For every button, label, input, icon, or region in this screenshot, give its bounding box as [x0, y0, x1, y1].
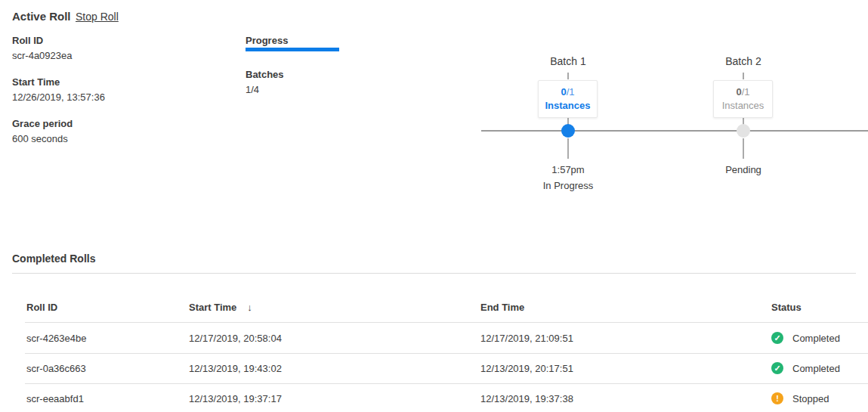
instances-count: 0/1	[714, 86, 772, 98]
check-circle-icon: ✓	[771, 362, 783, 374]
detail-value: scr-4a0923ea	[12, 50, 73, 61]
table-row[interactable]: scr-4263e4be 12/17/2019, 20:58:04 12/17/…	[25, 323, 868, 354]
batch-label: Batch 2	[698, 56, 789, 67]
cell-roll-id: scr-0a36c663	[26, 363, 86, 374]
detail-value: 600 seconds	[12, 133, 73, 144]
cell-start-time: 12/13/2019, 19:43:02	[189, 363, 282, 374]
detail-start-time: Start Time 12/26/2019, 13:57:36	[12, 76, 105, 103]
progress-bar	[246, 48, 339, 51]
instances-count: 0/1	[539, 86, 597, 98]
batch-connector	[567, 73, 569, 79]
detail-label: Grace period	[12, 118, 73, 129]
status-label: Completed	[792, 363, 840, 374]
column-header-start-time[interactable]: Start Time↓	[189, 302, 252, 313]
column-header-roll-id[interactable]: Roll ID	[26, 302, 57, 313]
page-title: Active Roll	[12, 10, 71, 23]
instances-label: Instances	[539, 100, 597, 112]
cell-end-time: 12/13/2019, 19:37:38	[480, 393, 573, 404]
detail-label: Roll ID	[12, 35, 73, 46]
sort-descending-icon: ↓	[247, 302, 252, 313]
batch-stop-1: Batch 1 0/1 Instances 1:57pm In Progress	[523, 56, 613, 207]
batches-label: Batches	[246, 69, 284, 80]
batch-time: 1:57pm	[523, 164, 613, 175]
cell-roll-id: scr-eeaabfd1	[26, 393, 84, 404]
section-divider	[12, 273, 856, 274]
completed-rolls-title: Completed Rolls	[12, 252, 95, 265]
detail-label: Start Time	[12, 76, 105, 88]
cell-start-time: 12/13/2019, 19:37:17	[189, 393, 282, 404]
batch-connector	[567, 138, 569, 159]
batch-dot-active	[561, 124, 575, 138]
cell-end-time: 12/17/2019, 21:09:51	[480, 333, 573, 344]
status-label: Stopped	[792, 393, 829, 404]
column-header-end-time[interactable]: End Time	[480, 302, 524, 313]
detail-value: 12/26/2019, 13:57:36	[12, 91, 105, 103]
status-badge: ✓ Completed	[771, 362, 840, 374]
batch-stop-2: Batch 2 0/1 Instances Pending	[698, 56, 789, 207]
table-row[interactable]: scr-0a36c663 12/13/2019, 19:43:02 12/13/…	[25, 353, 868, 384]
batch-dot-pending	[737, 124, 750, 138]
detail-grace-period: Grace period 600 seconds	[12, 118, 73, 144]
batch-time: Pending	[698, 164, 789, 175]
batch-connector	[743, 138, 744, 159]
cell-start-time: 12/17/2019, 20:58:04	[189, 333, 282, 344]
instances-card[interactable]: 0/1 Instances	[713, 80, 773, 118]
stop-roll-link[interactable]: Stop Roll	[76, 11, 119, 23]
detail-roll-id: Roll ID scr-4a0923ea	[12, 35, 73, 61]
instances-label: Instances	[714, 100, 772, 112]
batch-status: In Progress	[523, 180, 613, 191]
table-row[interactable]: scr-eeaabfd1 12/13/2019, 19:37:17 12/13/…	[25, 383, 868, 412]
cell-end-time: 12/13/2019, 20:17:51	[480, 363, 573, 374]
status-label: Completed	[792, 333, 840, 344]
check-circle-icon: ✓	[771, 332, 783, 344]
batch-connector	[743, 73, 744, 79]
status-badge: ! Stopped	[771, 392, 829, 404]
progress-label: Progress	[246, 35, 288, 46]
batches-value: 1/4	[246, 84, 259, 95]
cell-roll-id: scr-4263e4be	[26, 333, 87, 344]
status-badge: ✓ Completed	[771, 332, 840, 344]
active-roll-panel: Active Roll Stop Roll Roll ID scr-4a0923…	[0, 0, 868, 412]
batch-label: Batch 1	[523, 56, 613, 67]
column-header-status[interactable]: Status	[771, 302, 802, 313]
instances-card[interactable]: 0/1 Instances	[538, 80, 598, 118]
alert-circle-icon: !	[771, 392, 783, 404]
